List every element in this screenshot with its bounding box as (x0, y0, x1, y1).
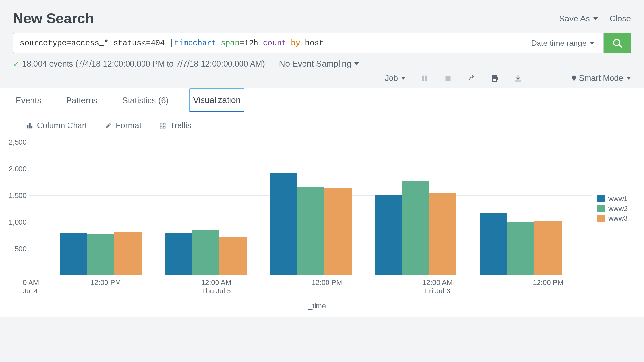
search-mode-menu[interactable]: Smart Mode (571, 73, 631, 83)
time-range-label: Date time range (531, 39, 587, 48)
bar-www2[interactable] (402, 181, 429, 275)
bar-www1[interactable] (165, 233, 192, 275)
tab-visualization[interactable]: Visualization (189, 88, 244, 112)
bar-chart-icon (26, 122, 33, 129)
result-tabs: Events Patterns Statistics (6) Visualiza… (0, 88, 644, 112)
print-icon[interactable] (490, 74, 499, 83)
legend-item[interactable]: www3 (597, 214, 631, 223)
y-axis: 2,5002,0001,5001,000500 (3, 142, 29, 275)
svg-rect-10 (31, 126, 33, 128)
chart-type-label: Column Chart (37, 121, 87, 130)
swatch-icon (597, 205, 605, 212)
svg-rect-3 (425, 75, 427, 81)
chevron-down-icon (354, 62, 359, 65)
events-summary-text: 18,004 events (7/4/18 12:00:00.000 PM to… (22, 59, 265, 68)
bar-www1[interactable] (60, 233, 87, 275)
svg-rect-13 (160, 126, 162, 128)
check-icon: ✓ (13, 59, 19, 68)
stop-icon[interactable] (443, 74, 452, 83)
svg-rect-9 (29, 123, 31, 128)
bar-www3[interactable] (114, 232, 142, 275)
legend-label: www2 (608, 204, 628, 213)
svg-rect-4 (445, 76, 450, 81)
event-sampling-menu[interactable]: No Event Sampling (279, 59, 359, 69)
time-range-picker[interactable]: Date time range (522, 33, 604, 53)
search-input[interactable]: sourcetype=access_* status<=404 |timecha… (13, 33, 522, 53)
tab-patterns[interactable]: Patterns (62, 88, 102, 112)
legend-item[interactable]: www1 (597, 195, 631, 203)
chart-plot[interactable] (29, 142, 592, 275)
chevron-down-icon (590, 42, 594, 45)
trellis-button[interactable]: Trellis (159, 121, 191, 130)
format-button[interactable]: Format (105, 121, 141, 130)
bar-www1[interactable] (480, 213, 507, 275)
bar-www3[interactable] (534, 221, 562, 275)
job-menu[interactable]: Job (385, 73, 406, 83)
download-icon[interactable] (514, 74, 523, 83)
search-button[interactable] (604, 33, 631, 53)
tab-statistics[interactable]: Statistics (6) (118, 88, 172, 112)
pencil-icon (105, 123, 112, 129)
tab-events[interactable]: Events (12, 88, 45, 112)
x-axis: 0 AMJul 4 12:00 PM 12:00 AMThu Jul 5 12:… (23, 278, 631, 295)
svg-rect-7 (493, 79, 497, 81)
chart-type-picker[interactable]: Column Chart (26, 121, 87, 130)
trellis-label: Trellis (170, 121, 191, 130)
bar-www3[interactable] (219, 237, 247, 275)
svg-line-1 (619, 45, 622, 47)
svg-rect-5 (492, 75, 497, 77)
job-label: Job (385, 73, 398, 83)
chevron-down-icon (626, 77, 631, 80)
lightbulb-icon (571, 74, 577, 83)
format-label: Format (116, 121, 141, 130)
swatch-icon (597, 195, 605, 202)
bar-www2[interactable] (192, 230, 219, 275)
page-title: New Search (13, 10, 559, 27)
svg-rect-14 (163, 126, 165, 128)
events-summary: ✓18,004 events (7/4/18 12:00:00.000 PM t… (13, 59, 265, 69)
x-axis-label: _time (3, 302, 631, 310)
search-icon (612, 38, 623, 49)
close-button[interactable]: Close (610, 14, 631, 24)
chart-container: 2,5002,0001,5001,000500 www1 www2 www3 0… (0, 139, 644, 317)
svg-rect-2 (422, 75, 424, 81)
share-icon[interactable] (467, 74, 476, 83)
legend-item[interactable]: www2 (597, 204, 631, 213)
bar-www3[interactable] (429, 193, 456, 275)
bar-www2[interactable] (297, 187, 324, 275)
chevron-down-icon (593, 17, 598, 20)
svg-rect-11 (160, 123, 162, 125)
legend-label: www1 (608, 195, 628, 203)
chart-legend: www1 www2 www3 (592, 142, 631, 275)
chevron-down-icon (401, 77, 406, 80)
swatch-icon (597, 215, 605, 222)
trellis-icon (159, 123, 166, 129)
save-as-menu[interactable]: Save As (559, 14, 598, 24)
pause-icon[interactable] (420, 74, 429, 83)
bar-www3[interactable] (324, 188, 352, 275)
event-sampling-label: No Event Sampling (279, 59, 352, 69)
bar-www1[interactable] (375, 195, 402, 275)
bar-www2[interactable] (87, 234, 114, 275)
svg-rect-8 (27, 125, 29, 128)
svg-rect-12 (163, 123, 165, 125)
search-mode-label: Smart Mode (579, 73, 623, 83)
legend-label: www3 (608, 214, 628, 223)
bar-www2[interactable] (507, 222, 534, 275)
save-as-label: Save As (559, 14, 590, 24)
bar-www1[interactable] (270, 173, 297, 275)
